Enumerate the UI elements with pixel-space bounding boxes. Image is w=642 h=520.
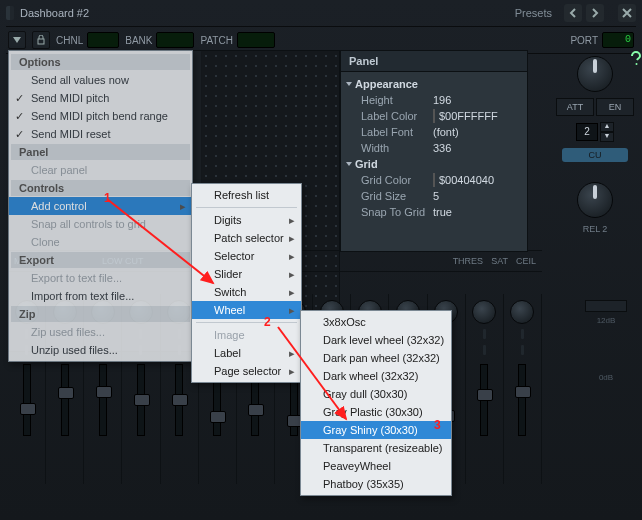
menu-heading: Controls <box>11 180 190 196</box>
mixer-fader[interactable] <box>480 364 488 436</box>
tab-en[interactable]: EN <box>596 98 634 116</box>
svg-line-2 <box>107 199 213 283</box>
inspector-row[interactable]: Grid Size5 <box>347 188 521 204</box>
patch-chip[interactable]: PATCH <box>200 32 274 48</box>
menu-item[interactable]: ✓Send MIDI reset <box>9 125 192 143</box>
presets-next-button[interactable] <box>586 4 604 22</box>
mixer-led <box>521 329 524 339</box>
knob-rel2[interactable] <box>577 182 613 218</box>
mixer-led <box>521 345 524 355</box>
inspector-title: Panel <box>341 51 527 72</box>
svg-point-1 <box>636 63 638 65</box>
menu-item[interactable]: ✓Send MIDI pitch <box>9 89 192 107</box>
help-icon[interactable] <box>628 50 642 68</box>
knob-top[interactable] <box>577 56 613 92</box>
menu-item[interactable]: PeaveyWheel <box>301 457 451 475</box>
fx-spin[interactable]: 2 ▲▼ <box>560 122 630 142</box>
menu-item-wheel[interactable]: Wheel▸ <box>192 301 301 319</box>
menu-item[interactable]: Send all values now <box>9 71 192 89</box>
channel-chip[interactable]: CHNL <box>56 32 119 48</box>
fx-side-panel: ATT EN 2 ▲▼ CU REL 2 <box>552 42 638 302</box>
inspector-row[interactable]: Label Font(font) <box>347 124 521 140</box>
menu-heading: Options <box>11 54 190 70</box>
menu-item: Zip used files... <box>9 323 192 341</box>
menu-item[interactable]: Transparent (resizeable) <box>301 439 451 457</box>
mixer-fader[interactable] <box>137 364 145 436</box>
fx-pill[interactable]: CU <box>562 148 628 162</box>
knob-rel2-label: REL 2 <box>552 224 638 234</box>
bank-chip[interactable]: BANK <box>125 32 194 48</box>
ruler-0db: 0dB <box>599 373 613 382</box>
mixer-led <box>483 329 486 339</box>
thres-label: THRES <box>453 256 484 266</box>
menu-heading: Panel <box>11 144 190 160</box>
inspector-row[interactable]: Label Color$00FFFFFF <box>347 108 521 124</box>
mixer-fader[interactable] <box>23 364 31 436</box>
ruler-pad[interactable] <box>585 300 627 312</box>
mixer-pan-knob[interactable] <box>510 300 534 324</box>
spin-down[interactable]: ▼ <box>600 132 614 142</box>
drag-handle-icon[interactable] <box>6 6 14 20</box>
spin-up[interactable]: ▲ <box>600 122 614 132</box>
mixer-led <box>483 345 486 355</box>
inspector-row[interactable]: Snap To Gridtrue <box>347 204 521 220</box>
tab-att[interactable]: ATT <box>556 98 594 116</box>
svg-line-3 <box>278 327 346 419</box>
menu-item: Clear panel <box>9 161 192 179</box>
menu-item[interactable]: ✓Send MIDI pitch bend range <box>9 107 192 125</box>
inspector-row[interactable]: Width336 <box>347 140 521 156</box>
mixer-fader[interactable] <box>99 364 107 436</box>
menu-dropdown-button[interactable] <box>8 31 26 49</box>
window-titlebar: Dashboard #2 Presets <box>6 2 636 24</box>
menu-item[interactable]: Import from text file... <box>9 287 192 305</box>
presets-prev-button[interactable] <box>564 4 582 22</box>
presets-button[interactable]: Presets <box>515 7 552 19</box>
lock-button[interactable] <box>32 31 50 49</box>
ceil-label: CEIL <box>516 256 536 266</box>
svg-rect-0 <box>38 39 44 44</box>
ruler-12db: 12dB <box>597 316 616 325</box>
fx-spin-value: 2 <box>576 123 598 141</box>
inspector-row[interactable]: Height196 <box>347 92 521 108</box>
window-title: Dashboard #2 <box>20 7 89 19</box>
inspector-row[interactable]: Grid Color$00404040 <box>347 172 521 188</box>
menu-item[interactable]: Phatboy (35x35) <box>301 475 451 493</box>
mixer-pan-knob[interactable] <box>472 300 496 324</box>
inspector-group[interactable]: Appearance <box>347 76 521 92</box>
mixer-column <box>466 294 504 484</box>
menu-heading: Zip <box>11 306 190 322</box>
mixer-column <box>504 294 542 484</box>
inspector-group[interactable]: Grid <box>347 156 521 172</box>
fx-tabs: ATT EN <box>556 98 634 116</box>
mixer-fader[interactable] <box>61 364 69 436</box>
mixer-fader[interactable] <box>518 364 526 436</box>
sat-label: SAT <box>491 256 508 266</box>
inspector-panel: Panel AppearanceHeight196Label Color$00F… <box>340 50 528 252</box>
mixer-fader[interactable] <box>175 364 183 436</box>
close-button[interactable] <box>618 4 636 22</box>
menu-item[interactable]: Unzip used files... <box>9 341 192 359</box>
db-ruler: 12dB 0dB <box>576 300 636 514</box>
